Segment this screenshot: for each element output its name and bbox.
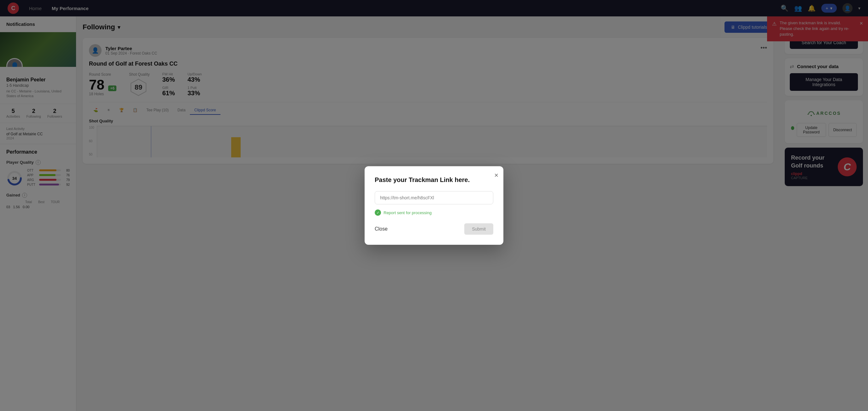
modal-submit-button[interactable]: Submit xyxy=(464,223,493,235)
trackman-url-input[interactable] xyxy=(375,191,493,204)
modal-actions: Close Submit xyxy=(375,223,493,235)
modal-close-x-button[interactable]: × xyxy=(494,171,498,180)
modal-title: Paste your Trackman Link here. xyxy=(375,176,493,184)
modal-overlay[interactable]: × Paste your Trackman Link here. ✓ Repor… xyxy=(0,0,868,411)
modal-success-message: ✓ Report sent for processing xyxy=(375,210,493,216)
trackman-modal: × Paste your Trackman Link here. ✓ Repor… xyxy=(365,166,503,245)
success-check-icon: ✓ xyxy=(375,210,381,216)
modal-close-button[interactable]: Close xyxy=(375,226,388,232)
success-text: Report sent for processing xyxy=(383,211,432,215)
